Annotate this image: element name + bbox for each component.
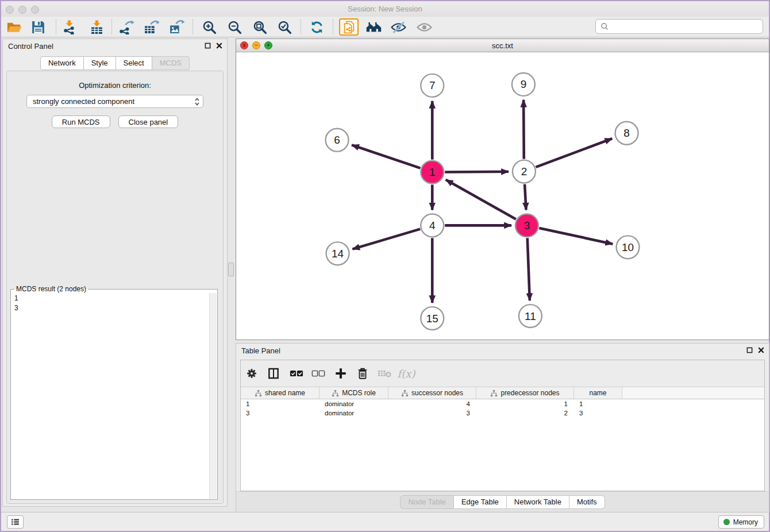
cell-predecessor-nodes[interactable]: 2 — [476, 408, 574, 418]
search-input[interactable] — [611, 21, 763, 32]
column-header-name[interactable]: name — [574, 387, 622, 399]
status-menu-button[interactable] — [7, 515, 24, 529]
titlebar: Session: New Session — [1, 1, 769, 17]
control-panel-tabs: NetworkStyleSelectMCDS — [3, 56, 227, 70]
add-icon[interactable] — [332, 365, 350, 382]
import-table-icon[interactable] — [87, 18, 106, 36]
table-row[interactable]: 1dominator411 — [241, 399, 764, 408]
search-box[interactable] — [595, 19, 763, 34]
column-header-mcds-role[interactable]: MCDS role — [319, 387, 388, 399]
show-details-icon[interactable] — [414, 18, 434, 36]
edge-2-8[interactable] — [536, 138, 612, 167]
edge-3-10[interactable] — [539, 228, 613, 244]
cell-shared-name[interactable]: 3 — [241, 408, 319, 418]
table-header-row: shared nameMCDS rolesuccessor nodesprede… — [241, 387, 764, 399]
deselect-all-icon[interactable] — [309, 365, 328, 382]
node-8[interactable]: 8 — [615, 122, 638, 145]
tab-network-table[interactable]: Network Table — [507, 495, 569, 509]
node-3[interactable]: 3 — [515, 214, 538, 237]
cell-mcds-role[interactable]: dominator — [319, 408, 388, 418]
node-1[interactable]: 1 — [421, 161, 444, 184]
edge-1-2[interactable] — [445, 172, 509, 172]
export-table-icon[interactable] — [141, 18, 161, 36]
column-header-successor-nodes[interactable]: successor nodes — [388, 387, 476, 399]
cell-predecessor-nodes[interactable]: 1 — [476, 399, 574, 408]
refresh-icon[interactable] — [307, 18, 326, 36]
criterion-value: strongly connected component — [33, 97, 134, 106]
export-image-icon[interactable] — [167, 18, 186, 36]
tab-select[interactable]: Select — [116, 56, 152, 70]
edge-3-11[interactable] — [528, 238, 530, 300]
hide-details-icon[interactable] — [388, 18, 408, 36]
close-panel-button[interactable]: Close panel — [118, 115, 179, 128]
mcds-result-title: MCDS result (2 nodes) — [14, 285, 88, 293]
toolbar-separator — [301, 20, 301, 34]
edge-2-9[interactable] — [523, 100, 524, 159]
criterion-label: Optimization criterion: — [7, 81, 223, 90]
node-6[interactable]: 6 — [326, 129, 349, 152]
tab-mcds[interactable]: MCDS — [152, 56, 190, 70]
float-panel-icon[interactable] — [205, 43, 211, 49]
node-11[interactable]: 11 — [519, 304, 542, 327]
node-10[interactable]: 10 — [617, 236, 640, 259]
cell-successor-nodes[interactable]: 4 — [388, 399, 476, 408]
tab-motifs[interactable]: Motifs — [569, 495, 605, 509]
column-label: predecessor nodes — [500, 389, 559, 397]
result-scrollbar[interactable] — [209, 293, 217, 499]
control-panel-title: Control Panel — [8, 42, 53, 51]
zoom-fit-icon[interactable] — [250, 18, 270, 36]
tab-style[interactable]: Style — [84, 56, 116, 70]
close-panel-icon[interactable] — [216, 43, 222, 49]
save-session-icon[interactable] — [28, 18, 48, 36]
zoom-out-icon[interactable] — [225, 18, 244, 36]
table-panel-title: Table Panel — [241, 346, 280, 355]
node-7[interactable]: 7 — [421, 74, 444, 97]
zoom-selected-icon[interactable] — [275, 18, 294, 36]
network-window-titlebar: x – + scc.txt — [236, 39, 769, 52]
network-canvas[interactable]: 1234678910111415 — [236, 52, 769, 340]
tab-node-table[interactable]: Node Table — [400, 495, 454, 509]
edge-3-1[interactable] — [446, 180, 516, 219]
column-label: name — [589, 389, 606, 397]
delete-icon[interactable] — [353, 365, 372, 382]
cell-shared-name[interactable]: 1 — [241, 399, 319, 408]
column-header-predecessor-nodes[interactable]: predecessor nodes — [476, 387, 574, 399]
node-9[interactable]: 9 — [512, 73, 535, 96]
close-table-panel-icon[interactable] — [758, 347, 764, 353]
node-14[interactable]: 14 — [326, 242, 349, 265]
run-mcds-button[interactable]: Run MCDS — [52, 115, 110, 128]
gear-icon[interactable] — [242, 365, 261, 382]
tab-edge-table[interactable]: Edge Table — [454, 495, 507, 509]
node-15[interactable]: 15 — [421, 307, 444, 330]
svg-text:1: 1 — [429, 166, 436, 178]
network-snapshot-icon[interactable] — [339, 18, 359, 36]
cell-name[interactable]: 3 — [574, 408, 622, 418]
edge-2-3[interactable] — [525, 184, 526, 210]
table-row[interactable]: 3dominator323 — [241, 408, 764, 418]
optimization-criterion-select[interactable]: strongly connected component — [26, 95, 203, 108]
float-table-panel-icon[interactable] — [746, 347, 753, 353]
splitter-handle[interactable] — [228, 263, 234, 276]
table-tabs: Node TableEdge TableNetwork TableMotifs — [236, 491, 769, 512]
cell-successor-nodes[interactable]: 3 — [388, 408, 476, 418]
node-4[interactable]: 4 — [421, 214, 444, 237]
export-network-icon[interactable] — [117, 18, 136, 36]
svg-text:15: 15 — [426, 313, 438, 325]
open-file-icon[interactable] — [4, 18, 24, 36]
zoom-in-icon[interactable] — [199, 18, 219, 36]
memory-button[interactable]: Memory — [718, 515, 764, 529]
column-header-shared-name[interactable]: shared name — [241, 387, 319, 399]
import-network-icon[interactable] — [59, 18, 79, 36]
svg-text:9: 9 — [521, 78, 527, 90]
home-icon[interactable] — [364, 18, 383, 36]
edge-1-6[interactable] — [352, 145, 420, 168]
select-all-icon[interactable] — [287, 365, 306, 382]
node-2[interactable]: 2 — [513, 160, 536, 183]
cell-mcds-role[interactable]: dominator — [319, 399, 388, 408]
tab-network[interactable]: Network — [40, 56, 84, 70]
list-icon — [10, 517, 20, 527]
edge-4-14[interactable] — [352, 229, 420, 249]
cell-name[interactable]: 1 — [574, 399, 622, 408]
toolbar-separator — [333, 20, 333, 34]
columns-icon[interactable] — [264, 365, 283, 382]
